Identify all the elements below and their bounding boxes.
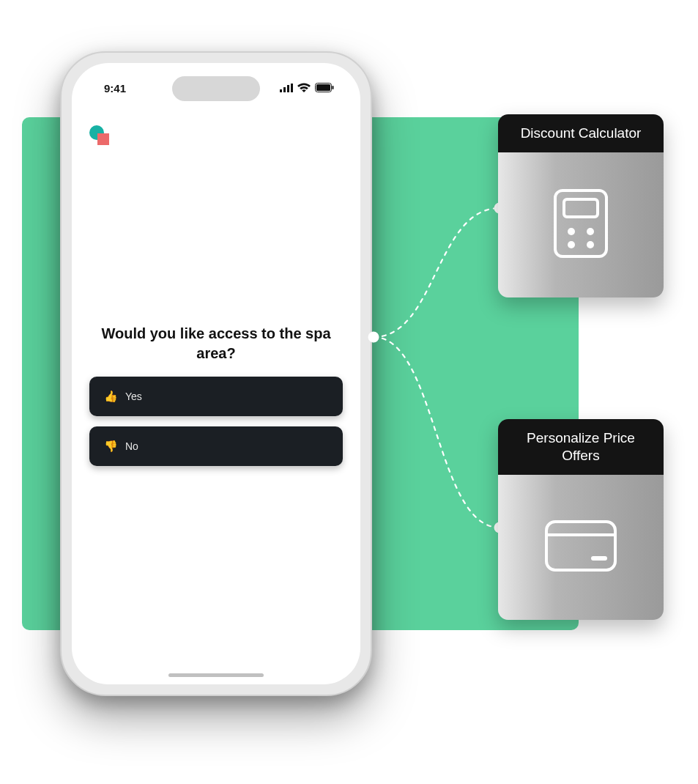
card-body — [498, 152, 664, 297]
svg-point-13 — [587, 228, 594, 235]
svg-rect-3 — [291, 84, 293, 92]
card-personalize-price-offers[interactable]: Personalize Price Offers — [498, 419, 664, 620]
phone-screen: 9:41 Would you like access to the spa ar… — [72, 63, 360, 684]
svg-rect-11 — [564, 199, 598, 217]
option-no-button[interactable]: 👎 No — [89, 426, 343, 466]
battery-icon — [315, 82, 334, 95]
card-body — [498, 475, 664, 620]
svg-point-15 — [587, 241, 594, 248]
cellular-icon — [280, 82, 293, 95]
home-indicator — [168, 673, 264, 677]
svg-rect-6 — [333, 86, 334, 89]
card-discount-calculator[interactable]: Discount Calculator — [498, 114, 664, 297]
svg-point-14 — [568, 241, 575, 248]
thumbs-up-icon: 👍 — [104, 390, 118, 403]
survey-question: Would you like access to the spa area? — [94, 324, 338, 363]
card-title: Discount Calculator — [498, 114, 664, 152]
option-label: No — [125, 440, 138, 452]
option-label: Yes — [125, 391, 142, 402]
credit-card-icon — [545, 520, 617, 574]
dynamic-island — [172, 76, 260, 101]
svg-rect-5 — [316, 84, 330, 91]
wifi-icon — [297, 82, 311, 95]
phone-mockup: 9:41 Would you like access to the spa ar… — [60, 51, 372, 696]
card-title: Personalize Price Offers — [498, 419, 664, 475]
svg-rect-2 — [287, 85, 289, 92]
option-yes-button[interactable]: 👍 Yes — [89, 377, 343, 416]
calculator-icon — [554, 189, 608, 261]
svg-point-12 — [568, 228, 575, 235]
thumbs-down-icon: 👎 — [104, 440, 118, 453]
status-time: 9:41 — [94, 82, 126, 95]
svg-rect-1 — [283, 87, 286, 92]
svg-rect-16 — [546, 522, 615, 570]
survey-options: 👍 Yes 👎 No — [89, 377, 343, 466]
svg-rect-0 — [280, 89, 282, 92]
app-logo — [89, 125, 111, 147]
status-icons — [280, 82, 338, 95]
